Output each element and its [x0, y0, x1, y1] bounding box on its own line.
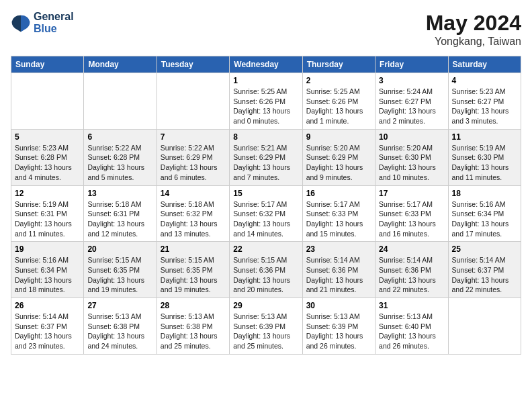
day-info: Sunrise: 5:24 AM Sunset: 6:27 PM Dayligh… [379, 87, 444, 126]
day-number: 30 [306, 301, 371, 310]
day-number: 26 [15, 301, 80, 310]
day-number: 9 [306, 132, 371, 142]
calendar-day: 17Sunrise: 5:17 AM Sunset: 6:33 PM Dayli… [375, 185, 448, 242]
calendar-day: 31Sunrise: 5:13 AM Sunset: 6:40 PM Dayli… [375, 298, 448, 355]
calendar-day: 20Sunrise: 5:15 AM Sunset: 6:35 PM Dayli… [84, 242, 157, 298]
weekday-header-monday: Monday [84, 56, 157, 73]
day-info: Sunrise: 5:14 AM Sunset: 6:36 PM Dayligh… [306, 255, 371, 295]
calendar-day: 9Sunrise: 5:20 AM Sunset: 6:29 PM Daylig… [302, 129, 375, 185]
calendar-day: 30Sunrise: 5:13 AM Sunset: 6:39 PM Dayli… [302, 298, 375, 355]
day-info: Sunrise: 5:18 AM Sunset: 6:31 PM Dayligh… [87, 199, 152, 239]
day-info: Sunrise: 5:23 AM Sunset: 6:27 PM Dayligh… [452, 87, 517, 126]
weekday-header-thursday: Thursday [302, 56, 375, 73]
calendar-day: 5Sunrise: 5:23 AM Sunset: 6:28 PM Daylig… [11, 129, 84, 185]
day-info: Sunrise: 5:25 AM Sunset: 6:26 PM Dayligh… [306, 87, 371, 126]
day-number: 14 [161, 189, 226, 198]
calendar-day [11, 73, 84, 130]
day-info: Sunrise: 5:13 AM Sunset: 6:39 PM Dayligh… [306, 312, 371, 351]
day-info: Sunrise: 5:22 AM Sunset: 6:28 PM Dayligh… [87, 143, 152, 183]
calendar-day [157, 73, 229, 130]
calendar-day: 7Sunrise: 5:22 AM Sunset: 6:29 PM Daylig… [157, 129, 229, 185]
day-number: 22 [233, 244, 298, 254]
day-number: 19 [15, 244, 80, 254]
logo-text: General Blue [34, 11, 74, 35]
calendar-day [84, 73, 157, 130]
calendar-day: 3Sunrise: 5:24 AM Sunset: 6:27 PM Daylig… [375, 73, 448, 130]
calendar-day: 26Sunrise: 5:14 AM Sunset: 6:37 PM Dayli… [11, 298, 84, 355]
calendar-week-1: 1Sunrise: 5:25 AM Sunset: 6:26 PM Daylig… [11, 73, 521, 130]
day-number: 27 [87, 301, 152, 310]
title-block: May 2024 Yongkang, Taiwan [426, 11, 521, 48]
calendar-day: 19Sunrise: 5:16 AM Sunset: 6:34 PM Dayli… [11, 242, 84, 298]
day-number: 5 [15, 132, 80, 142]
day-number: 3 [379, 76, 444, 85]
day-info: Sunrise: 5:17 AM Sunset: 6:32 PM Dayligh… [233, 199, 298, 239]
calendar-day: 27Sunrise: 5:13 AM Sunset: 6:38 PM Dayli… [84, 298, 157, 355]
day-info: Sunrise: 5:25 AM Sunset: 6:26 PM Dayligh… [233, 87, 298, 126]
month-year: May 2024 [426, 11, 521, 36]
calendar-day: 6Sunrise: 5:22 AM Sunset: 6:28 PM Daylig… [84, 129, 157, 185]
day-info: Sunrise: 5:14 AM Sunset: 6:36 PM Dayligh… [379, 255, 444, 295]
day-number: 29 [233, 301, 298, 310]
page-header: General Blue May 2024 Yongkang, Taiwan [11, 11, 521, 48]
day-info: Sunrise: 5:15 AM Sunset: 6:35 PM Dayligh… [87, 255, 152, 295]
calendar-table: SundayMondayTuesdayWednesdayThursdayFrid… [11, 56, 521, 355]
day-number: 1 [233, 76, 298, 85]
day-info: Sunrise: 5:13 AM Sunset: 6:38 PM Dayligh… [161, 312, 226, 351]
weekday-header-tuesday: Tuesday [157, 56, 229, 73]
day-info: Sunrise: 5:20 AM Sunset: 6:29 PM Dayligh… [306, 143, 371, 183]
calendar-day: 12Sunrise: 5:19 AM Sunset: 6:31 PM Dayli… [11, 185, 84, 242]
calendar-week-3: 12Sunrise: 5:19 AM Sunset: 6:31 PM Dayli… [11, 185, 521, 242]
calendar-week-4: 19Sunrise: 5:16 AM Sunset: 6:34 PM Dayli… [11, 242, 521, 298]
day-info: Sunrise: 5:20 AM Sunset: 6:30 PM Dayligh… [379, 143, 444, 183]
calendar-day [448, 298, 521, 355]
calendar-day: 10Sunrise: 5:20 AM Sunset: 6:30 PM Dayli… [375, 129, 448, 185]
day-number: 31 [379, 301, 444, 310]
day-number: 11 [452, 132, 517, 142]
day-number: 6 [87, 132, 152, 142]
day-info: Sunrise: 5:16 AM Sunset: 6:34 PM Dayligh… [452, 199, 517, 239]
day-info: Sunrise: 5:21 AM Sunset: 6:29 PM Dayligh… [233, 143, 298, 183]
day-info: Sunrise: 5:22 AM Sunset: 6:29 PM Dayligh… [161, 143, 226, 183]
weekday-header-wednesday: Wednesday [230, 56, 302, 73]
location: Yongkang, Taiwan [426, 36, 521, 48]
day-number: 12 [15, 189, 80, 198]
day-number: 15 [233, 189, 298, 198]
calendar-day: 21Sunrise: 5:15 AM Sunset: 6:35 PM Dayli… [157, 242, 229, 298]
calendar-week-5: 26Sunrise: 5:14 AM Sunset: 6:37 PM Dayli… [11, 298, 521, 355]
day-info: Sunrise: 5:15 AM Sunset: 6:35 PM Dayligh… [161, 255, 226, 295]
weekday-header-row: SundayMondayTuesdayWednesdayThursdayFrid… [11, 56, 521, 73]
calendar-day: 29Sunrise: 5:13 AM Sunset: 6:39 PM Dayli… [230, 298, 302, 355]
day-info: Sunrise: 5:15 AM Sunset: 6:36 PM Dayligh… [233, 255, 298, 295]
day-number: 16 [306, 189, 371, 198]
day-number: 17 [379, 189, 444, 198]
day-info: Sunrise: 5:19 AM Sunset: 6:30 PM Dayligh… [452, 143, 517, 183]
calendar-day: 8Sunrise: 5:21 AM Sunset: 6:29 PM Daylig… [230, 129, 302, 185]
day-info: Sunrise: 5:14 AM Sunset: 6:37 PM Dayligh… [15, 312, 80, 351]
day-number: 20 [87, 244, 152, 254]
day-number: 18 [452, 189, 517, 198]
calendar-day: 15Sunrise: 5:17 AM Sunset: 6:32 PM Dayli… [230, 185, 302, 242]
calendar-day: 23Sunrise: 5:14 AM Sunset: 6:36 PM Dayli… [302, 242, 375, 298]
calendar-day: 18Sunrise: 5:16 AM Sunset: 6:34 PM Dayli… [448, 185, 521, 242]
day-number: 21 [161, 244, 226, 254]
calendar-day: 16Sunrise: 5:17 AM Sunset: 6:33 PM Dayli… [302, 185, 375, 242]
weekday-header-saturday: Saturday [448, 56, 521, 73]
day-info: Sunrise: 5:17 AM Sunset: 6:33 PM Dayligh… [379, 199, 444, 239]
weekday-header-sunday: Sunday [11, 56, 84, 73]
day-number: 7 [161, 132, 226, 142]
day-info: Sunrise: 5:14 AM Sunset: 6:37 PM Dayligh… [452, 255, 517, 295]
day-number: 23 [306, 244, 371, 254]
day-number: 24 [379, 244, 444, 254]
day-number: 2 [306, 76, 371, 85]
calendar-day: 28Sunrise: 5:13 AM Sunset: 6:38 PM Dayli… [157, 298, 229, 355]
weekday-header-friday: Friday [375, 56, 448, 73]
day-number: 25 [452, 244, 517, 254]
day-info: Sunrise: 5:23 AM Sunset: 6:28 PM Dayligh… [15, 143, 80, 183]
calendar-day: 25Sunrise: 5:14 AM Sunset: 6:37 PM Dayli… [448, 242, 521, 298]
day-info: Sunrise: 5:19 AM Sunset: 6:31 PM Dayligh… [15, 199, 80, 239]
day-info: Sunrise: 5:13 AM Sunset: 6:39 PM Dayligh… [233, 312, 298, 351]
calendar-day: 2Sunrise: 5:25 AM Sunset: 6:26 PM Daylig… [302, 73, 375, 130]
calendar-day: 22Sunrise: 5:15 AM Sunset: 6:36 PM Dayli… [230, 242, 302, 298]
calendar-day: 1Sunrise: 5:25 AM Sunset: 6:26 PM Daylig… [230, 73, 302, 130]
